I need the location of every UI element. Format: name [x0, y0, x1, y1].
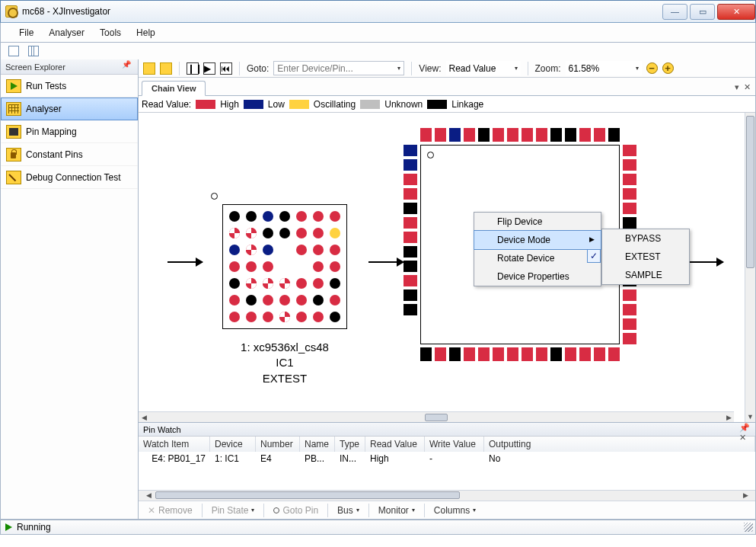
list-icon[interactable] [160, 62, 172, 75]
col-name[interactable]: Name [300, 437, 335, 452]
screen-explorer-sidebar: Screen Explorer 📌 Run Tests Analyser Pin… [1, 59, 139, 519]
running-icon [5, 523, 12, 531]
scrollbar-thumb[interactable] [155, 491, 460, 499]
tab-close-icon[interactable]: ✕ [744, 82, 751, 92]
legend-chip-low [244, 100, 263, 109]
submenu-arrow-icon: ▶ [589, 235, 595, 243]
sidebar-item-debug-connection[interactable]: Debug Connection Test [1, 166, 138, 189]
col-type[interactable]: Type [335, 437, 365, 452]
cell: 1: IC1 [210, 452, 256, 467]
zoom-out-button[interactable]: − [646, 62, 658, 74]
target-icon [273, 507, 279, 513]
menu-analyser[interactable]: Analyser [41, 24, 92, 41]
columns-button[interactable]: Columns ▾ [428, 504, 482, 517]
zoom-combo[interactable]: 61.58% ▾ [566, 61, 642, 75]
cell: IN... [335, 452, 365, 467]
tab-menu-icon[interactable]: ▾ [735, 82, 739, 92]
sidebar-header: Screen Explorer 📌 [1, 59, 138, 75]
pin-icon[interactable]: 📌 ✕ [739, 423, 751, 437]
view-combo[interactable]: Read Value ▾ [446, 61, 521, 75]
pin-state-button[interactable]: Pin State ▾ [206, 504, 261, 517]
cell: High [365, 452, 425, 467]
monitor-button[interactable]: Monitor ▾ [372, 504, 421, 517]
pin-watch-scrollbar[interactable]: ◀ ▶ [139, 490, 755, 501]
col-number[interactable]: Number [256, 437, 300, 452]
zoom-label: Zoom: [535, 63, 561, 74]
chain-canvas[interactable]: 1: xc9536xl_cs48 IC1 EXTEST [139, 113, 745, 422]
scrollbar-thumb[interactable] [425, 414, 448, 421]
resize-grip-icon[interactable] [744, 523, 753, 532]
goto-combo[interactable]: Enter Device/Pin... ▾ [273, 61, 404, 75]
scroll-left-icon[interactable]: ◀ [139, 413, 149, 422]
pause-icon[interactable]: ❙❙ [187, 62, 199, 75]
capture-icon[interactable] [143, 62, 155, 75]
wrench-icon [6, 171, 21, 184]
menu-file[interactable]: File [11, 24, 41, 41]
menu-help[interactable]: Help [129, 24, 163, 41]
col-write-value[interactable]: Write Value [425, 437, 484, 452]
pin-icon[interactable]: 📌 [122, 60, 133, 74]
scrollbar-thumb[interactable] [746, 116, 754, 268]
scroll-right-icon[interactable]: ▶ [723, 413, 734, 422]
sidebar-item-run-tests[interactable]: Run Tests [1, 75, 138, 98]
analyser-toolbar: ❙❙ ▶ ⏮ Goto: Enter Device/Pin... ▾ View:… [139, 59, 755, 78]
ctx-mode-bypass[interactable]: BYPASS [602, 229, 689, 248]
rewind-icon[interactable]: ⏮ [220, 62, 232, 75]
pin-watch-row[interactable]: E4: PB01_17 1: IC1 E4 PB... IN... High -… [139, 452, 755, 467]
cell: E4 [256, 452, 300, 467]
sidebar-label: Constant Pins [26, 149, 83, 160]
col-outputting[interactable]: Outputting [484, 437, 755, 452]
remove-button[interactable]: ✕Remove [142, 504, 199, 517]
ctx-device-properties[interactable]: Device Properties [474, 267, 601, 286]
horizontal-scrollbar[interactable]: ◀ ▶ [139, 411, 734, 422]
minimize-button[interactable]: — [662, 4, 687, 20]
status-bar: Running [0, 520, 756, 535]
vertical-scrollbar[interactable]: ▼ [745, 113, 755, 422]
sidebar-label: Pin Mapping [26, 126, 77, 137]
scroll-right-icon[interactable]: ▶ [740, 491, 751, 500]
legend: Read Value: High Low Oscillating Unknown… [139, 96, 755, 113]
zoom-in-button[interactable]: + [662, 62, 674, 74]
tab-chain-view[interactable]: Chain View [142, 81, 206, 96]
col-watch-item[interactable]: Watch Item [139, 437, 210, 452]
titlebar: mc68 - XJInvestigator — ▭ ✕ [0, 0, 756, 23]
mini-toolbar [0, 43, 756, 59]
col-device[interactable]: Device [210, 437, 256, 452]
close-button[interactable]: ✕ [717, 4, 755, 20]
maximize-button[interactable]: ▭ [690, 4, 715, 20]
device-1-bga[interactable]: 1: xc9536xl_cs48 IC1 EXTEST [222, 204, 347, 386]
sidebar-item-constant-pins[interactable]: Constant Pins [1, 143, 138, 166]
pin-watch-panel: Pin Watch 📌 ✕ Watch Item Device Number N… [139, 422, 755, 519]
sidebar-label: Run Tests [26, 81, 66, 91]
goto-label: Goto: [247, 63, 269, 74]
lock-icon [6, 148, 21, 162]
sidebar-label: Analyser [26, 104, 62, 114]
window-buttons: — ▭ ✕ [660, 4, 755, 20]
scroll-down-icon[interactable]: ▼ [745, 411, 755, 422]
step-icon[interactable]: ▶ [203, 62, 215, 75]
orientation-dot-icon [211, 193, 218, 200]
bga-ball-grid [228, 210, 342, 324]
device-ref: IC1 [222, 355, 347, 370]
sidebar-item-pin-mapping[interactable]: Pin Mapping [1, 120, 138, 143]
ctx-device-mode[interactable]: Device Mode▶ [474, 230, 601, 250]
goto-pin-button[interactable]: Goto Pin [267, 504, 324, 517]
ctx-mode-extest[interactable]: ✓ EXTEST [602, 248, 689, 266]
legend-chip-unknown [360, 100, 380, 109]
legend-label: Low [268, 99, 285, 110]
sidebar-item-analyser[interactable]: Analyser [1, 98, 138, 120]
device-1-label: 1: xc9536xl_cs48 IC1 EXTEST [222, 340, 347, 386]
chain-arrow-icon [688, 261, 723, 263]
ctx-mode-sample[interactable]: SAMPLE [602, 266, 689, 284]
pin-watch-columns: Watch Item Device Number Name Type Read … [139, 437, 755, 452]
menu-tools[interactable]: Tools [92, 24, 129, 41]
toolbar-icon-2[interactable] [28, 46, 39, 56]
bus-button[interactable]: Bus ▾ [331, 504, 365, 517]
app-icon [5, 5, 18, 18]
ctx-flip-device[interactable]: Flip Device [474, 213, 601, 231]
ctx-rotate-device[interactable]: Rotate Device▶ [474, 249, 601, 267]
scroll-left-icon[interactable]: ◀ [143, 491, 154, 500]
toolbar-icon-1[interactable] [8, 46, 19, 56]
col-read-value[interactable]: Read Value [365, 437, 425, 452]
device-mode: EXTEST [222, 371, 347, 386]
